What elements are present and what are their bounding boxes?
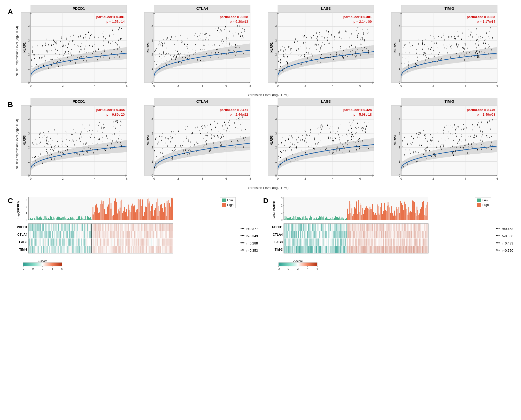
svg-rect-3537 [333,246,334,253]
svg-rect-2565 [97,239,98,246]
svg-rect-2375 [70,231,71,239]
svg-rect-2962 [395,216,396,220]
svg-rect-2473 [159,231,160,239]
svg-rect-3343 [302,239,303,246]
svg-text:3: 3 [399,132,400,135]
svg-rect-2169 [28,224,29,231]
svg-text:3: 3 [281,197,283,200]
svg-rect-2540 [75,239,76,246]
svg-rect-2210 [66,224,67,231]
svg-rect-3580 [372,246,373,253]
svg-text:2: 2 [304,177,306,180]
svg-rect-2279 [128,224,129,231]
svg-rect-2585 [115,239,116,246]
svg-rect-2256 [107,224,108,231]
svg-rect-3605 [394,246,395,253]
corr-stars-C-1: *** [240,234,244,238]
svg-rect-2350 [48,231,49,239]
svg-rect-2575 [106,239,107,246]
svg-rect-3107 [378,224,379,231]
svg-rect-2732 [104,246,105,253]
svg-rect-3249 [361,231,362,239]
svg-rect-3174 [294,231,295,239]
svg-rect-3085 [358,224,359,231]
svg-rect-2183 [41,224,42,231]
svg-rect-2432 [122,231,123,239]
svg-rect-2941 [376,215,377,220]
svg-rect-3083 [356,224,357,231]
svg-text:2: 2 [62,177,64,180]
svg-rect-2995 [425,208,425,220]
svg-rect-2192 [49,224,50,231]
svg-rect-3312 [419,231,420,239]
svg-rect-2883 [323,216,324,220]
svg-rect-3045 [322,224,323,231]
svg-rect-2783 [149,246,151,253]
svg-rect-2391 [84,231,85,239]
svg-rect-2640 [165,239,166,246]
svg-rect-3133 [401,224,402,231]
svg-rect-2402 [94,231,96,239]
svg-rect-2200 [57,224,58,231]
svg-rect-2745 [115,246,116,253]
svg-text:CTLA4: CTLA4 [196,99,208,104]
svg-rect-3317 [423,231,424,239]
svg-rect-2671 [48,246,49,253]
svg-rect-3526 [323,246,324,253]
svg-rect-2230 [84,224,85,231]
svg-rect-2716 [89,246,90,253]
svg-rect-3223 [338,231,339,239]
svg-text:4: 4 [332,84,333,87]
svg-rect-2698 [73,246,74,253]
svg-rect-3380 [335,239,336,246]
svg-rect-2956 [390,207,390,220]
svg-rect-2336 [35,231,36,239]
svg-rect-2637 [162,239,163,246]
svg-rect-2728 [100,246,101,253]
svg-rect-2515 [52,239,53,246]
svg-rect-3202 [319,231,320,239]
svg-rect-2322 [167,224,168,231]
svg-rect-2529 [65,239,66,246]
svg-rect-3327 [287,239,288,246]
svg-rect-3273 [383,231,384,239]
svg-rect-2456 [143,231,144,239]
svg-rect-2725 [97,246,98,253]
svg-rect-2855 [298,217,299,220]
svg-rect-2897 [336,217,337,220]
svg-rect-3522 [319,246,320,253]
svg-rect-2437 [126,231,127,239]
svg-text:0: 0 [153,177,155,180]
svg-rect-2245 [97,224,98,231]
svg-rect-2697 [72,246,73,253]
svg-rect-2341 [39,231,40,239]
svg-rect-2149 [159,206,159,220]
svg-rect-3534 [330,246,331,253]
svg-rect-2776 [143,246,144,253]
svg-rect-3164 [285,231,286,239]
svg-rect-2325 [169,224,170,231]
svg-text:1: 1 [399,67,400,70]
svg-rect-2871 [313,219,313,220]
svg-rect-2074 [91,219,92,220]
svg-rect-2987 [417,210,418,220]
svg-rect-2746 [116,246,117,253]
svg-rect-2292 [140,224,141,231]
svg-rect-2361 [57,231,58,239]
svg-text:LAG3: LAG3 [321,6,331,11]
svg-rect-3356 [314,239,315,246]
svg-rect-2975 [407,213,407,220]
svg-rect-3468 [415,239,416,246]
svg-rect-3165 [286,231,287,239]
svg-rect-2274 [123,224,124,231]
svg-rect-2522 [58,239,59,246]
svg-rect-2538 [73,239,74,246]
svg-rect-2545 [79,239,80,246]
svg-rect-3309 [416,231,417,239]
svg-rect-3444 [393,239,394,246]
svg-rect-2308 [154,224,155,231]
svg-rect-2657 [36,246,37,253]
svg-rect-3476 [422,239,423,246]
svg-text:8: 8 [249,177,251,180]
svg-rect-2416 [107,231,108,239]
